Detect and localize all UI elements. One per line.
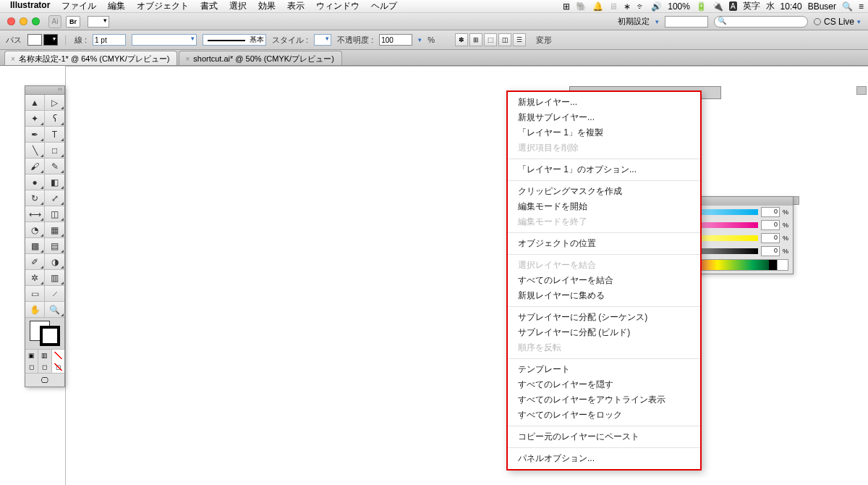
hand-tool[interactable]: ✋: [25, 302, 45, 318]
workspace-select[interactable]: [665, 16, 708, 28]
fill-stroke-control[interactable]: [25, 318, 64, 350]
artboard-tool[interactable]: ▭: [25, 286, 45, 302]
minimize-window-button[interactable]: [20, 17, 27, 25]
selection-tool[interactable]: ▲: [25, 95, 45, 111]
draw-normal[interactable]: ◻: [25, 361, 38, 373]
volume-icon[interactable]: 🔊: [651, 1, 662, 12]
color-mode-gradient[interactable]: ▥: [38, 350, 51, 361]
width-tool[interactable]: ⟷: [25, 206, 45, 222]
align-button[interactable]: ⊞: [469, 33, 482, 46]
color-value-m[interactable]: 0: [761, 220, 780, 230]
shape-builder-tool[interactable]: ◔: [25, 222, 45, 238]
battery-icon[interactable]: 🔋: [696, 1, 707, 12]
workspace-label[interactable]: 初期設定: [618, 16, 650, 27]
close-tab-icon[interactable]: ×: [185, 55, 190, 63]
menu-item[interactable]: 「レイヤー 1」を複製: [508, 125, 700, 140]
menu-item[interactable]: サブレイヤーに分配 (ビルド): [508, 325, 700, 340]
zoom-window-button[interactable]: [32, 17, 40, 25]
isolate-button[interactable]: ◫: [498, 33, 511, 46]
line-icon[interactable]: ⊞: [563, 1, 570, 12]
ime-mode-icon[interactable]: A: [729, 1, 737, 11]
menu-effect[interactable]: 効果: [252, 0, 281, 14]
eraser-tool[interactable]: ◧: [45, 174, 64, 190]
line-tool[interactable]: ╲: [25, 143, 45, 159]
zoom-tool[interactable]: 🔍: [45, 302, 64, 318]
close-tab-icon[interactable]: ×: [11, 55, 15, 63]
document-tab[interactable]: × 名称未設定-1* @ 64% (CMYK/プレビュー): [4, 51, 177, 65]
opacity-dropdown-icon[interactable]: ▾: [418, 36, 422, 43]
free-transform-tool[interactable]: ◫: [45, 206, 64, 222]
wifi-icon[interactable]: ᯤ: [637, 1, 645, 12]
user-name[interactable]: BBuser: [808, 1, 836, 12]
color-value-k[interactable]: 0: [761, 246, 780, 256]
menu-item[interactable]: 編集モードを開始: [508, 199, 700, 214]
menu-item[interactable]: 新規サブレイヤー...: [508, 110, 700, 125]
stroke-weight-input[interactable]: [93, 34, 126, 46]
mesh-tool[interactable]: ▩: [25, 238, 45, 254]
rectangle-tool[interactable]: □: [45, 143, 64, 159]
scale-tool[interactable]: ⤢: [45, 190, 64, 206]
draw-inside[interactable]: ◻: [52, 361, 64, 373]
menu-help[interactable]: ヘルプ: [365, 0, 403, 14]
stroke-color[interactable]: [40, 326, 60, 346]
menu-object[interactable]: オブジェクト: [131, 0, 195, 14]
menu-item[interactable]: オブジェクトの位置: [508, 236, 700, 251]
menu-item[interactable]: 「レイヤー 1」のオプション...: [508, 162, 700, 177]
menu-item[interactable]: サブレイヤーに分配 (シーケンス): [508, 310, 700, 325]
slice-tool[interactable]: ⟋: [45, 286, 64, 302]
cs-live-button[interactable]: CS Live ▾: [814, 17, 861, 27]
recolor-artwork-button[interactable]: ✽: [455, 33, 468, 46]
pen-tool[interactable]: ✒: [25, 127, 45, 143]
opacity-input[interactable]: [379, 34, 412, 46]
transform-button[interactable]: ⬚: [484, 33, 497, 46]
menu-edit[interactable]: 編集: [102, 0, 131, 14]
eyedropper-tool[interactable]: ✐: [25, 254, 45, 270]
paintbrush-tool[interactable]: 🖌: [25, 159, 45, 174]
menu-item[interactable]: 新規レイヤー...: [508, 95, 700, 110]
menu-window[interactable]: ウィンドウ: [310, 0, 365, 14]
transform-label[interactable]: 変形: [536, 35, 552, 46]
type-tool[interactable]: T: [45, 127, 64, 143]
color-mode-none[interactable]: [52, 350, 64, 361]
stroke-swatch[interactable]: [43, 34, 58, 46]
color-value-c[interactable]: 0: [761, 207, 780, 217]
menu-item[interactable]: コピー元のレイヤーにペースト: [508, 429, 700, 444]
search-input[interactable]: [714, 16, 808, 28]
menu-item[interactable]: パネルオプション...: [508, 451, 700, 466]
variable-width-profile-select[interactable]: [132, 34, 197, 46]
menu-item[interactable]: テンプレート: [508, 362, 700, 377]
artboard[interactable]: [65, 66, 868, 485]
graph-tool[interactable]: ▥: [45, 270, 64, 286]
menu-select[interactable]: 選択: [224, 0, 252, 14]
select-similar-button[interactable]: ☰: [513, 33, 526, 46]
canvas-area[interactable]: [0, 66, 868, 485]
tools-panel-header[interactable]: [25, 86, 64, 95]
evernote-icon[interactable]: 🐘: [576, 1, 587, 12]
workspace-dropdown-icon[interactable]: ▾: [655, 18, 659, 25]
screen-mode-button[interactable]: 🖵: [25, 374, 64, 387]
menubar-app-name[interactable]: Illustrator: [4, 0, 56, 14]
draw-behind[interactable]: ◻: [38, 361, 51, 373]
lasso-tool[interactable]: ʕ: [45, 111, 64, 127]
spotlight-icon[interactable]: 🔍: [842, 1, 853, 12]
pencil-tool[interactable]: ✎: [45, 159, 64, 174]
arrange-documents-button[interactable]: [88, 16, 109, 28]
close-window-button[interactable]: [7, 17, 15, 25]
brush-definition-select[interactable]: 基本: [203, 34, 266, 46]
color-mode-solid[interactable]: ▣: [25, 350, 38, 361]
menu-type[interactable]: 書式: [195, 0, 224, 14]
blob-brush-tool[interactable]: ●: [25, 174, 45, 190]
menu-item[interactable]: 新規レイヤーに集める: [508, 288, 700, 303]
menu-file[interactable]: ファイル: [56, 0, 102, 14]
bluetooth-icon[interactable]: ∗: [624, 1, 631, 12]
fill-swatch[interactable]: [27, 34, 42, 46]
menu-item[interactable]: すべてのレイヤーをアウトライン表示: [508, 392, 700, 408]
panel-dock-tab[interactable]: [856, 86, 867, 95]
menu-view[interactable]: 表示: [281, 0, 310, 14]
menu-item[interactable]: クリッピングマスクを作成: [508, 184, 700, 199]
document-tab[interactable]: × shortcut.ai* @ 50% (CMYK/プレビュー): [179, 51, 341, 65]
direct-selection-tool[interactable]: ▷: [45, 95, 64, 111]
menu-item[interactable]: すべてのレイヤーを隠す: [508, 377, 700, 392]
symbol-sprayer-tool[interactable]: ✲: [25, 270, 45, 286]
rotate-tool[interactable]: ↻: [25, 190, 45, 206]
